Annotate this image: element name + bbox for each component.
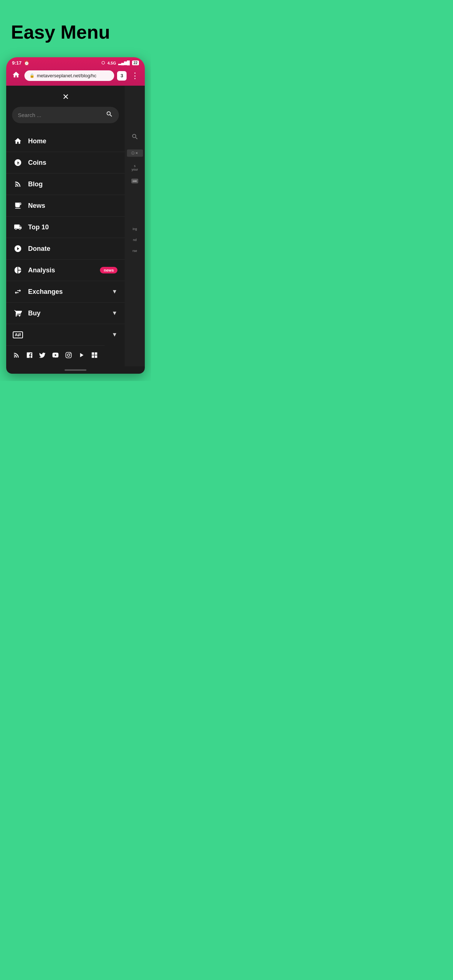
bottom-handle bbox=[6, 366, 145, 374]
social-bar bbox=[6, 345, 105, 366]
facebook-icon[interactable] bbox=[26, 352, 33, 361]
bitcoin-icon bbox=[13, 158, 22, 167]
status-left: 9:17 ⏰ bbox=[12, 60, 30, 65]
time-display: 9:17 bbox=[12, 60, 22, 65]
menu-item-buy[interactable]: Buy ▼ bbox=[6, 302, 125, 324]
lock-icon: 🔒 bbox=[30, 73, 35, 78]
buy-label: Buy bbox=[28, 310, 106, 317]
bluetooth-icon: ⬡ bbox=[101, 60, 105, 65]
twitter-icon[interactable] bbox=[39, 352, 46, 361]
buy-chevron: ▼ bbox=[112, 310, 118, 317]
menu-item-language[interactable]: A⇄ ▼ bbox=[6, 324, 125, 345]
status-bar: 9:17 ⏰ ⬡ 4.5G ▂▄▆█ 22 bbox=[6, 57, 145, 67]
language-icon: A⇄ bbox=[13, 330, 22, 339]
instagram-icon[interactable] bbox=[65, 352, 72, 361]
peek-text4: rse bbox=[132, 249, 138, 253]
cart-icon bbox=[13, 309, 22, 318]
youtube-icon[interactable] bbox=[52, 352, 59, 361]
search-placeholder: Search ... bbox=[18, 112, 103, 118]
battery-indicator: 22 bbox=[132, 60, 139, 65]
truck-icon bbox=[13, 223, 22, 232]
peek-text2: ing bbox=[132, 227, 137, 231]
exchanges-chevron: ▼ bbox=[112, 288, 118, 295]
network-type: 4.5G bbox=[107, 61, 116, 65]
peek-more-btn: ore bbox=[131, 179, 139, 183]
menu-item-blog[interactable]: Blog bbox=[6, 173, 125, 195]
search-icon[interactable] bbox=[106, 110, 113, 119]
menu-item-news[interactable]: News bbox=[6, 195, 125, 216]
right-peek-panel: ⓘ ✕ syour ore ing nd rse bbox=[125, 86, 145, 366]
home-icon bbox=[13, 137, 22, 145]
menu-items-list: Home Coins Blog bbox=[6, 130, 125, 345]
browser-chrome: 9:17 ⏰ ⬡ 4.5G ▂▄▆█ 22 bbox=[6, 57, 145, 86]
search-bar[interactable]: Search ... bbox=[12, 107, 119, 123]
nav-bar: 🔒 metaverseplanet.net/blog/hc 3 ⋮ bbox=[6, 67, 145, 86]
play-icon[interactable] bbox=[78, 352, 85, 361]
menu-item-coins[interactable]: Coins bbox=[6, 152, 125, 173]
rss-icon[interactable] bbox=[13, 352, 20, 361]
peek-ad-bar: ⓘ ✕ bbox=[127, 150, 143, 157]
donate-label: Donate bbox=[28, 245, 118, 253]
exchanges-label: Exchanges bbox=[28, 288, 106, 296]
grid-icon[interactable] bbox=[91, 352, 98, 361]
peek-text3: nd bbox=[132, 238, 137, 242]
analysis-badge: news bbox=[100, 267, 118, 274]
peek-text: syour bbox=[131, 164, 139, 171]
blog-icon bbox=[13, 180, 22, 188]
menu-panel-wrapper: ✕ Search ... bbox=[6, 86, 145, 366]
home-button[interactable] bbox=[11, 69, 22, 82]
menu-item-donate[interactable]: Donate bbox=[6, 238, 125, 259]
phone-frame: 9:17 ⏰ ⬡ 4.5G ▂▄▆█ 22 bbox=[6, 57, 145, 374]
menu-item-analysis[interactable]: Analysis news bbox=[6, 259, 125, 281]
close-menu-button[interactable]: ✕ bbox=[6, 86, 125, 107]
menu-item-exchanges[interactable]: Exchanges ▼ bbox=[6, 281, 125, 302]
tab-count[interactable]: 3 bbox=[117, 71, 126, 81]
language-chevron: ▼ bbox=[112, 331, 118, 338]
url-text: metaverseplanet.net/blog/hc bbox=[37, 73, 96, 78]
status-right: ⬡ 4.5G ▂▄▆█ 22 bbox=[101, 60, 139, 65]
coins-label: Coins bbox=[28, 159, 118, 167]
newspaper-icon bbox=[13, 201, 22, 210]
top10-label: Top 10 bbox=[28, 223, 118, 231]
news-label: News bbox=[28, 202, 118, 210]
handle-bar bbox=[65, 369, 86, 371]
menu-item-top10[interactable]: Top 10 bbox=[6, 216, 125, 238]
alarm-icon: ⏰ bbox=[24, 60, 30, 65]
donate-icon bbox=[13, 244, 22, 253]
more-options-button[interactable]: ⋮ bbox=[129, 70, 140, 81]
menu-item-home[interactable]: Home bbox=[6, 130, 125, 152]
signal-bars: ▂▄▆█ bbox=[118, 60, 130, 65]
analysis-label: Analysis bbox=[28, 267, 94, 274]
url-bar[interactable]: 🔒 metaverseplanet.net/blog/hc bbox=[24, 70, 114, 81]
exchange-icon bbox=[13, 287, 22, 296]
peek-search-icon bbox=[131, 133, 139, 142]
chart-icon bbox=[13, 266, 22, 275]
page-title: Easy Menu bbox=[0, 14, 151, 57]
menu-content: ✕ Search ... bbox=[6, 86, 125, 366]
blog-label: Blog bbox=[28, 180, 118, 188]
page-background: Easy Menu 9:17 ⏰ ⬡ 4.5G ▂▄▆█ 22 bbox=[0, 0, 151, 374]
home-label: Home bbox=[28, 137, 118, 145]
